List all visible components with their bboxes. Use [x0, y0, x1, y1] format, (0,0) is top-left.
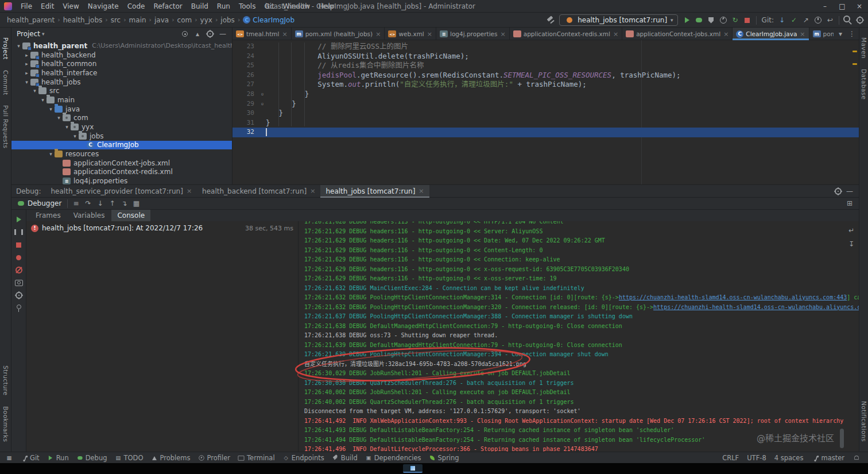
close-icon[interactable]: ×	[427, 30, 432, 38]
snapshot-camera-icon[interactable]	[13, 278, 25, 288]
window-minimize-button[interactable]: –	[816, 0, 834, 13]
line-number[interactable]: 25	[232, 61, 259, 71]
soft-wrap-icon[interactable]: ↵	[846, 225, 857, 236]
rerun-icon[interactable]: ↻	[730, 15, 741, 25]
status-profiler[interactable]: Profiler	[195, 452, 234, 464]
chevron-icon[interactable]: ▾	[23, 79, 30, 85]
tree-item-health-interface[interactable]: ▸health_interface	[11, 68, 232, 78]
menu-run[interactable]: Run	[213, 1, 234, 11]
run-play-icon[interactable]	[681, 15, 693, 25]
debug-tab-health-backend-tomcat7-run[interactable]: health_backend [tomcat7:run]×	[197, 185, 320, 198]
close-icon[interactable]: ×	[310, 187, 315, 195]
line-number[interactable]: 23	[232, 42, 259, 52]
menu-edit[interactable]: Edit	[37, 1, 58, 11]
tree-item-jobs[interactable]: ▾jobs	[11, 132, 232, 141]
history-clock-icon[interactable]	[812, 15, 824, 25]
code-line-31[interactable]: 31}	[232, 118, 859, 128]
chevron-icon[interactable]: ▾	[63, 124, 71, 130]
breadcrumb-item-src[interactable]: src	[110, 16, 122, 24]
view-tab-console[interactable]: Console	[111, 210, 150, 221]
editor-tab-web-xml[interactable]: <>web.xml×	[385, 28, 436, 40]
hide-icon[interactable]: —	[217, 29, 228, 39]
chevron-icon[interactable]: ▸	[23, 61, 30, 67]
code-line-32[interactable]: 32	[232, 128, 859, 137]
code-line-29[interactable]: 29▫ }	[232, 99, 859, 109]
tree-item-health-parent[interactable]: ▾health_parentC:\Users\Administrator\Des…	[11, 41, 232, 51]
view-tab-frames[interactable]: Frames	[30, 210, 67, 221]
collapse-all-icon[interactable]: ▴	[192, 29, 203, 39]
breadcrumb-item-yyx[interactable]: yyx	[199, 16, 214, 24]
tree-item-health-backend[interactable]: ▸health_backend	[11, 51, 232, 60]
tree-item-yyx[interactable]: ▾yyx	[11, 122, 232, 132]
breakpoints-icon[interactable]	[13, 252, 25, 263]
line-number[interactable]: 31	[232, 118, 259, 128]
mute-breakpoints-icon[interactable]	[13, 265, 25, 275]
line-number[interactable]: 32	[232, 128, 259, 137]
editor-tab-applicationcontext-jobs-xml[interactable]: applicationContext-jobs.xml×	[622, 28, 733, 40]
editor-tab-pom-xml-health-service-provider[interactable]: mpom.xml (health_service_provider)×	[809, 28, 834, 40]
code-line-28[interactable]: 28▫ }	[232, 90, 859, 99]
stop-icon[interactable]	[742, 15, 753, 25]
editor-tab-applicationcontext-redis-xml[interactable]: applicationContext-redis.xml×	[510, 28, 622, 40]
menu-file[interactable]: File	[17, 1, 36, 11]
settings-icon[interactable]	[13, 290, 25, 300]
line-number[interactable]: 27	[232, 80, 259, 90]
tree-item-resources[interactable]: ▾resources	[11, 149, 232, 159]
status-build[interactable]: Build	[328, 452, 361, 464]
breadcrumb-item-health-jobs[interactable]: health_jobs	[62, 16, 104, 24]
scroll-to-end-icon[interactable]: ↧	[846, 239, 857, 249]
menu-code[interactable]: Code	[123, 1, 149, 11]
status-4-spaces[interactable]: 4 spaces	[772, 452, 807, 464]
code-line-24[interactable]: 24 AliyunOSSUtil.delete(trashPicName);	[232, 52, 859, 61]
tree-item-main[interactable]: ▾main	[11, 95, 232, 105]
menu-view[interactable]: View	[59, 1, 83, 11]
status-utf-8[interactable]: UTF-8	[744, 452, 769, 464]
editor-tab-clearimgjob-java[interactable]: CClearImgJob.java×	[733, 28, 809, 40]
tree-item-clearimgjob[interactable]: CClearImgJob	[11, 141, 232, 150]
settings-icon[interactable]	[832, 186, 844, 196]
chevron-icon[interactable]: ▾	[39, 97, 46, 103]
step-out-icon[interactable]: ↑	[106, 198, 118, 209]
fold-marker[interactable]: ▫	[259, 99, 266, 109]
commit-check-icon[interactable]: ✓	[788, 15, 800, 25]
status-debug[interactable]: Debug	[73, 452, 110, 464]
window-close-button[interactable]: ×	[851, 0, 868, 13]
menu-refactor[interactable]: Refactor	[149, 1, 186, 11]
tool-stripe-database[interactable]: Database	[861, 64, 867, 105]
code-line-26[interactable]: 26 jedisPool.getResource().srem(RedisCon…	[232, 71, 859, 80]
status-grid[interactable]: ▦	[2, 452, 16, 464]
debug-tab-health-jobs-tomcat7-run[interactable]: health_jobs [tomcat7:run]×	[320, 185, 429, 198]
tree-item-java[interactable]: ▾java	[11, 105, 232, 114]
status-endpoints[interactable]: ◇Endpoints	[279, 452, 327, 464]
tree-item-com[interactable]: ▾com	[11, 114, 232, 123]
tree-item-log4j-properties[interactable]: ≡log4j.properties	[11, 176, 232, 184]
window-maximize-button[interactable]: □	[834, 0, 851, 13]
status-run[interactable]: Run	[44, 452, 72, 464]
tree-item-health-common[interactable]: ▸health_common	[11, 59, 232, 68]
status-problems[interactable]: Problems	[148, 452, 193, 464]
breadcrumb-item-com[interactable]: com	[176, 16, 193, 24]
locate-icon[interactable]	[179, 29, 191, 39]
close-icon[interactable]: ×	[723, 30, 728, 38]
minimize-icon[interactable]: —	[844, 186, 855, 196]
code-line-27[interactable]: 27 System.out.println("自定义任务执行，清理垃圾图片:" …	[232, 80, 859, 90]
close-icon[interactable]: ×	[375, 30, 381, 38]
status-terminal[interactable]: Terminal	[234, 452, 278, 464]
chevron-icon[interactable]: ▾	[55, 115, 63, 121]
line-number[interactable]: 30	[232, 109, 259, 118]
debug-tab-health-service-provider-tomcat7-run[interactable]: health_service_provider [tomcat7:run]×	[46, 185, 197, 198]
console-link[interactable]: https://chuanzhi-health-slamd14.oss-cn-w…	[653, 304, 859, 310]
layout-icon[interactable]: ⊞	[844, 198, 855, 209]
session-row[interactable]: ! health_jobs [tomcat7:run]: At 2022/12/…	[26, 221, 298, 235]
breadcrumb-item-clearimgjob[interactable]: CClearImgJob	[242, 16, 296, 24]
tree-item-applicationcontext-redis-xml[interactable]: applicationContext-redis.xml	[11, 168, 232, 177]
stop-icon[interactable]	[13, 240, 25, 250]
line-number[interactable]: 29	[232, 99, 259, 109]
close-icon[interactable]: ×	[418, 187, 424, 195]
search-icon[interactable]	[842, 15, 854, 25]
push-arrow-icon[interactable]: ↗	[800, 15, 812, 25]
console-scrollbar[interactable]	[840, 429, 844, 448]
status-todo[interactable]: ▤TODO	[111, 452, 146, 464]
status-dependencies[interactable]: ▣Dependencies	[362, 452, 424, 464]
breadcrumb-item-java[interactable]: java	[153, 16, 170, 24]
